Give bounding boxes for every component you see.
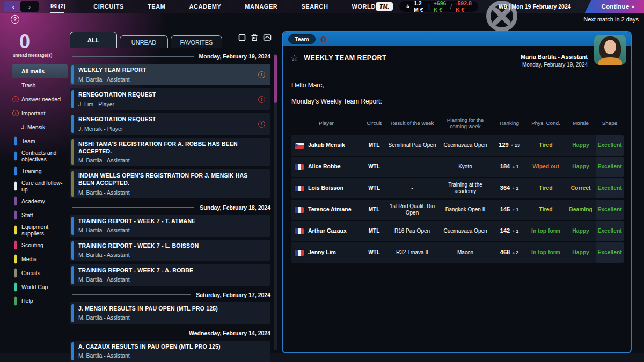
mail-category-bar	[71, 65, 74, 84]
select-all-icon[interactable]	[238, 34, 246, 41]
mail-sender: M. Bartila - Assistant	[78, 276, 262, 283]
sidebar-item-staff[interactable]: Staff	[0, 208, 69, 222]
mail-item[interactable]: J. MENSIK RESULTS IN PAU OPEN (MTL PRO 1…	[70, 302, 270, 324]
mail-item[interactable]: RENEGOTIATION REQUESTJ. Mensik - Player …	[70, 113, 270, 135]
sidebar-item-scouting[interactable]: Scouting	[0, 238, 69, 252]
help-button[interactable]: ?	[11, 15, 19, 24]
mailbox-button[interactable]: ✉ (2)	[50, 2, 65, 11]
mail-category-bar	[71, 90, 74, 108]
sidebar-item-academy[interactable]: Academy	[0, 194, 69, 208]
main-nav: CIRCUITS TEAM ACADEMY MANAGER SEARCH WOR…	[93, 3, 376, 10]
nav-item-circuits[interactable]: CIRCUITS	[93, 3, 124, 10]
planning-cell: Cuernavaca Open	[438, 227, 493, 236]
nav-item-academy[interactable]: ACADEMY	[189, 3, 222, 10]
continue-button[interactable]: Continue »	[585, 0, 644, 13]
mail-badge-count: (2)	[58, 3, 65, 9]
history-back-button[interactable]: ‹	[4, 1, 23, 12]
mail-list-scrollbar-thumb[interactable]	[274, 55, 277, 103]
mail-item[interactable]: RENEGOTIATION REQUESTJ. Lim - Player !	[70, 88, 270, 110]
mail-category-bar	[71, 342, 74, 360]
mail-sidebar: 0 unread message(s) All mails Trash !Ans…	[0, 31, 69, 353]
morale-cell: Happy	[566, 227, 596, 236]
sidebar-item-label: Important	[21, 110, 45, 116]
favorite-star-icon[interactable]: ☆	[290, 54, 298, 63]
category-color-bar	[14, 197, 17, 206]
tab-unread[interactable]: UNREAD	[120, 35, 168, 48]
sidebar-item-contracts[interactable]: Contracts and objectives	[0, 148, 69, 164]
phys-cond-cell: In top form	[526, 248, 566, 257]
planning-cell: Kyoto	[438, 162, 493, 172]
sidebar-item-answer-needed[interactable]: !Answer needed	[0, 92, 69, 106]
mark-read-envelope-icon[interactable]	[263, 34, 272, 41]
sidebar-item-media[interactable]: Media	[0, 252, 69, 266]
sidebar-item-important[interactable]: !Important	[0, 106, 69, 120]
mail-item[interactable]: INDIAN WELLS OPEN’S REGISTRATION FOR J. …	[70, 169, 270, 198]
result-cell: -	[386, 162, 438, 172]
avatar-face	[604, 40, 616, 54]
mail-category-bar	[71, 217, 74, 235]
nav-item-world[interactable]: WORLD	[352, 3, 376, 10]
sidebar-item-help[interactable]: Help	[0, 294, 69, 308]
finances-summary[interactable]: 1.2 M € | +696 K € / -592.8 K €	[399, 1, 478, 12]
circuit-cell: MTL	[362, 205, 386, 215]
mail-item[interactable]: TRAINING REPORT - WEEK 7 - L. BOISSONM. …	[70, 240, 270, 261]
date-separator: Monday, February 19, 2024	[70, 52, 270, 61]
history-forward-button[interactable]: ›	[20, 1, 39, 12]
table-row[interactable]: Terence Atmane MTL 1st Rnd Qualif. Rio O…	[291, 200, 623, 220]
column-header: Ranking	[493, 119, 526, 128]
mail-sender: M. Bartila - Assistant	[78, 352, 262, 359]
mail-item[interactable]: A. CAZAUX RESULTS IN PAU OPEN (MTL PRO 1…	[70, 341, 270, 362]
mail-title: A. CAZAUX RESULTS IN PAU OPEN (MTL PRO 1…	[78, 343, 262, 351]
mail-item[interactable]: NISHI TAMA’S REGISTRATION FOR A. ROBBE H…	[70, 138, 270, 166]
column-header: Shape	[596, 119, 624, 128]
ranking-value: 145	[500, 206, 510, 212]
alert-icon: !	[320, 36, 327, 43]
nav-item-manager[interactable]: MANAGER	[245, 3, 277, 10]
rank-change-value: 2	[516, 250, 518, 255]
money-bag-icon	[406, 3, 410, 10]
rank-change-value: 1	[516, 186, 518, 191]
column-header: Circuit	[362, 119, 386, 128]
morale-cell: Beaming	[566, 205, 596, 215]
column-header: Planning for the coming week	[438, 116, 493, 131]
next-match-label: Next match in 2 days	[583, 16, 639, 23]
ranking-value: 129	[499, 142, 508, 148]
mail-date: Monday, February 19, 2024	[521, 62, 588, 68]
table-row[interactable]: Jenny Lim WTL R32 Trnava II Macon 468▲2 …	[291, 242, 623, 263]
alert-icon: !	[12, 110, 19, 116]
sidebar-item-label: Trash	[21, 82, 35, 88]
phys-cond-cell: Tired	[526, 205, 566, 215]
tab-all[interactable]: ALL	[70, 32, 117, 48]
table-row[interactable]: Jakub Mensik MTL Semifinal Pau Open Cuer…	[291, 135, 623, 156]
sidebar-item-training[interactable]: Training	[0, 164, 69, 178]
sender-avatar	[594, 35, 626, 65]
trash-icon[interactable]	[251, 33, 258, 41]
nav-item-team[interactable]: TEAM	[148, 3, 166, 10]
mail-category-bar	[71, 304, 74, 322]
date-separator: Saturday, February 17, 2024	[70, 291, 270, 299]
sidebar-item-care[interactable]: Care and follow-up	[0, 178, 69, 194]
mail-item[interactable]: TRAINING REPORT - WEEK 7 - T. ATMANEM. B…	[70, 215, 270, 237]
category-badge[interactable]: Team	[288, 34, 316, 44]
result-cell: 1st Rnd Qualif. Rio Open	[386, 202, 438, 218]
mail-item[interactable]: TRAINING REPORT - WEEK 7 - A. ROBBEM. Ba…	[70, 264, 270, 286]
date-label: Wednesday, February 14, 2024	[189, 330, 270, 336]
mail-item[interactable]: WEEKLY TEAM REPORTM. Bartila - Assistant…	[70, 64, 270, 85]
sidebar-item-equipment[interactable]: Equipment suppliers	[0, 222, 69, 238]
sidebar-item-trash[interactable]: Trash	[0, 78, 69, 92]
nav-item-search[interactable]: SEARCH	[301, 3, 328, 10]
sidebar-item-label: Scouting	[21, 242, 43, 248]
sidebar-item-team[interactable]: Team	[0, 134, 69, 148]
weekly-report-table: Player Circuit Result of the week Planni…	[291, 113, 623, 263]
sidebar-item-all-mails[interactable]: All mails	[12, 64, 68, 78]
table-row[interactable]: Arthur Cazaux MTL R16 Pau Open Cuernavac…	[291, 221, 623, 241]
sidebar-item-circuits[interactable]: Circuits	[0, 266, 69, 280]
sidebar-item-label: Academy	[21, 198, 45, 204]
tab-favorites[interactable]: FAVORITES	[171, 35, 222, 48]
separator-line	[72, 56, 194, 57]
sidebar-item-world-cup[interactable]: World Cup	[0, 280, 69, 294]
table-row[interactable]: Lois Boisson WTL - Training at the acade…	[291, 178, 623, 198]
ranking-value: 468	[500, 249, 510, 255]
sidebar-item-j-mensik[interactable]: J. Mensik	[0, 120, 69, 134]
table-row[interactable]: Alice Robbe WTL - Kyoto 184▲1 Wiped out …	[291, 157, 623, 177]
